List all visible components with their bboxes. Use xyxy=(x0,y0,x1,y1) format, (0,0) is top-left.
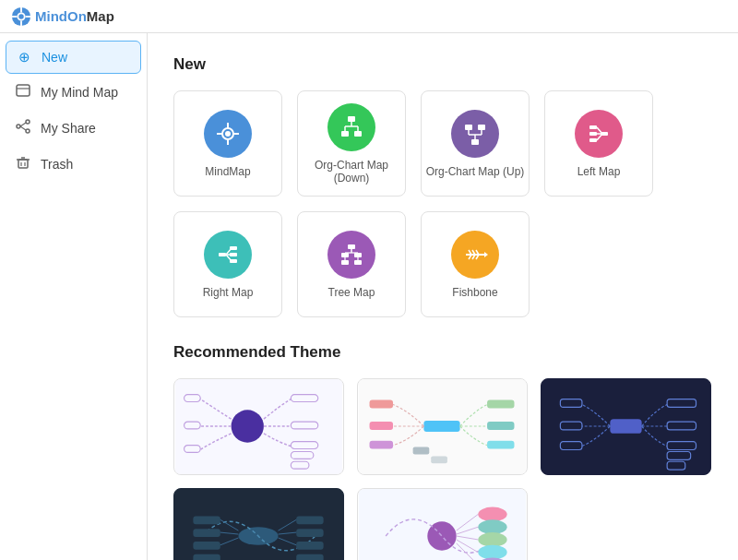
svg-rect-101 xyxy=(193,516,220,524)
svg-rect-32 xyxy=(465,125,472,130)
theme-4-preview xyxy=(174,489,343,560)
org-down-label: Org-Chart Map (Down) xyxy=(298,159,405,185)
content-area: New MindMap Org-Chart Map (Down) xyxy=(148,33,738,560)
new-icon: ⊕ xyxy=(16,49,32,66)
svg-rect-81 xyxy=(370,400,394,409)
svg-rect-45 xyxy=(219,253,226,256)
sidebar-item-trash-label: Trash xyxy=(41,157,73,172)
svg-rect-40 xyxy=(589,132,597,136)
main-layout: ⊕ New My Mind Map My Share Trash New xyxy=(0,33,738,560)
sidebar-item-trash[interactable]: Trash xyxy=(0,146,147,182)
header: MindOnMap xyxy=(0,0,738,33)
map-card-mindmap[interactable]: MindMap xyxy=(173,90,282,197)
sidebar-item-my-mind-map[interactable]: My Mind Map xyxy=(0,74,147,110)
svg-point-119 xyxy=(478,532,506,547)
org-down-icon xyxy=(327,103,375,151)
sidebar-item-my-share-label: My Share xyxy=(41,121,96,136)
svg-rect-13 xyxy=(18,160,28,168)
svg-rect-33 xyxy=(478,125,485,130)
svg-rect-31 xyxy=(471,139,479,145)
svg-point-23 xyxy=(225,131,231,137)
mindmap-label: MindMap xyxy=(205,165,250,178)
svg-rect-54 xyxy=(354,253,362,257)
theme-3-preview xyxy=(542,379,710,474)
svg-rect-103 xyxy=(193,542,220,550)
svg-rect-83 xyxy=(370,441,394,449)
svg-point-120 xyxy=(478,545,506,560)
right-map-label: Right Map xyxy=(203,286,254,299)
svg-rect-105 xyxy=(296,516,323,524)
map-types-grid: MindMap Org-Chart Map (Down) Org-Chart M… xyxy=(173,90,712,317)
svg-rect-41 xyxy=(589,138,597,142)
theme-card-5[interactable] xyxy=(357,488,528,560)
svg-line-12 xyxy=(20,126,26,130)
my-share-icon xyxy=(15,119,31,137)
tree-map-label: Tree Map xyxy=(328,286,375,299)
org-up-icon xyxy=(451,110,499,158)
svg-rect-52 xyxy=(348,244,355,249)
sidebar-item-my-mind-map-label: My Mind Map xyxy=(41,85,118,100)
svg-rect-80 xyxy=(423,421,459,432)
svg-rect-26 xyxy=(354,131,362,137)
svg-rect-87 xyxy=(413,447,430,455)
map-card-org-up[interactable]: Org-Chart Map (Up) xyxy=(421,90,530,197)
map-card-right[interactable]: Right Map xyxy=(173,211,282,317)
left-map-icon xyxy=(575,110,623,158)
map-card-tree[interactable]: Tree Map xyxy=(297,211,406,317)
svg-line-44 xyxy=(597,134,602,140)
svg-rect-55 xyxy=(341,260,349,265)
svg-rect-25 xyxy=(341,131,349,137)
svg-point-118 xyxy=(478,519,506,534)
svg-rect-6 xyxy=(17,85,30,96)
theme-5-preview xyxy=(358,489,527,560)
theme-2-preview xyxy=(358,379,527,474)
svg-rect-85 xyxy=(487,422,514,430)
sidebar-item-new[interactable]: ⊕ New xyxy=(6,41,141,74)
svg-rect-106 xyxy=(296,529,323,537)
logo-icon xyxy=(11,6,31,27)
svg-rect-86 xyxy=(487,441,514,449)
theme-card-4[interactable] xyxy=(173,488,344,560)
map-card-org-down[interactable]: Org-Chart Map (Down) xyxy=(297,90,406,197)
svg-rect-107 xyxy=(296,542,323,550)
svg-rect-24 xyxy=(348,116,355,122)
svg-point-70 xyxy=(232,410,264,442)
theme-card-2[interactable] xyxy=(357,378,528,475)
theme-1-preview xyxy=(174,379,343,474)
svg-rect-56 xyxy=(354,260,362,265)
svg-rect-90 xyxy=(610,419,641,434)
svg-rect-88 xyxy=(431,456,447,463)
svg-point-117 xyxy=(478,507,506,522)
svg-point-8 xyxy=(26,120,30,124)
svg-rect-108 xyxy=(296,554,323,560)
fishbone-label: Fishbone xyxy=(452,286,497,299)
logo-text: MindOnMap xyxy=(35,8,114,24)
mindmap-icon xyxy=(204,110,252,158)
svg-line-42 xyxy=(597,127,602,134)
theme-card-1[interactable] xyxy=(173,378,344,475)
sidebar: ⊕ New My Mind Map My Share Trash xyxy=(0,33,148,560)
sidebar-item-my-share[interactable]: My Share xyxy=(0,110,147,146)
theme-card-3[interactable] xyxy=(541,378,711,475)
left-map-label: Left Map xyxy=(577,165,621,178)
svg-rect-82 xyxy=(370,422,394,430)
themes-section-title: Recommended Theme xyxy=(173,343,712,362)
fishbone-icon xyxy=(451,231,499,279)
sidebar-item-new-label: New xyxy=(42,50,67,65)
svg-point-9 xyxy=(26,129,30,133)
logo: MindOnMap xyxy=(11,6,114,27)
svg-line-11 xyxy=(20,123,26,126)
map-card-fishbone[interactable]: Fishbone xyxy=(421,211,530,317)
themes-grid xyxy=(173,378,712,560)
svg-rect-104 xyxy=(193,554,220,560)
map-card-left[interactable]: Left Map xyxy=(544,90,653,197)
svg-point-10 xyxy=(17,125,20,128)
org-up-label: Org-Chart Map (Up) xyxy=(426,165,525,178)
svg-rect-102 xyxy=(193,529,220,537)
new-section-title: New xyxy=(173,55,712,74)
svg-rect-39 xyxy=(589,125,597,129)
my-mind-map-icon xyxy=(15,83,31,101)
tree-map-icon xyxy=(327,231,375,279)
svg-rect-53 xyxy=(341,253,349,257)
svg-marker-68 xyxy=(484,252,488,257)
